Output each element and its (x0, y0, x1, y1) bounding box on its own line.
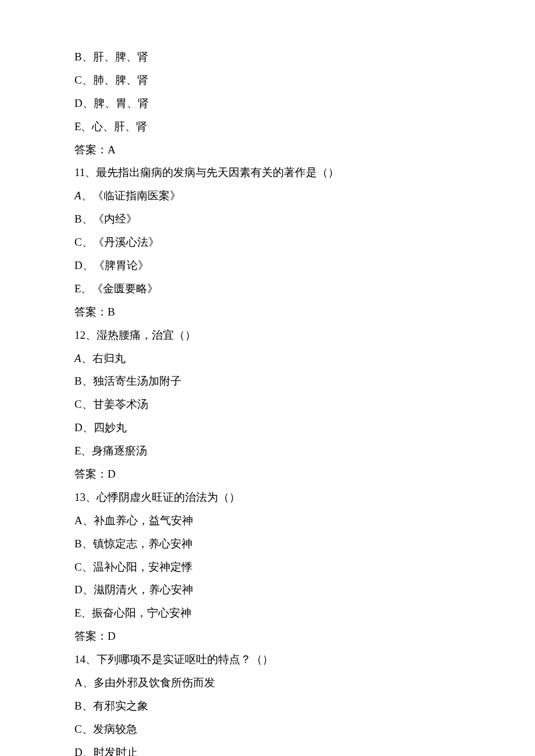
text-line: A、多由外邪及饮食所伤而发 (51, 671, 484, 694)
text-line: D、滋阴清火，养心安神 (51, 578, 484, 601)
text-line: A、《临证指南医案》 (51, 184, 484, 207)
text-line: 14、下列哪项不是实证呕吐的特点？（） (51, 648, 484, 671)
text-line: D、脾、胃、肾 (51, 92, 484, 115)
text-line: E、心、肝、肾 (51, 115, 484, 138)
text-line: 答案：B (51, 300, 484, 324)
text-line: A、右归丸 (51, 347, 484, 370)
text-line: B、独活寄生汤加附子 (51, 370, 484, 393)
text-line: C、《丹溪心法》 (51, 231, 484, 254)
text-line: D、四妙丸 (51, 416, 484, 439)
text-line: E、振奋心阳，宁心安神 (51, 601, 484, 625)
document-page: B、肝、脾、肾C、肺、脾、肾D、脾、胃、肾E、心、肝、肾答案：A11、最先指出痫… (0, 0, 535, 756)
option-text: 、右归丸 (81, 352, 126, 364)
document-content: B、肝、脾、肾C、肺、脾、肾D、脾、胃、肾E、心、肝、肾答案：A11、最先指出痫… (51, 45, 484, 756)
text-line: C、肺、脾、肾 (51, 69, 484, 92)
text-line: 答案：D (51, 625, 484, 648)
text-line: B、《内经》 (51, 207, 484, 231)
text-line: C、甘姜苓术汤 (51, 393, 484, 416)
text-line: 答案：D (51, 463, 484, 486)
option-text: 、《临证指南医案》 (81, 189, 181, 202)
option-label-a: A (74, 189, 81, 202)
text-line: E、《金匮要略》 (51, 277, 484, 300)
text-line: 13、心悸阴虚火旺证的治法为（） (51, 486, 484, 509)
text-line: B、肝、脾、肾 (51, 45, 484, 69)
text-line: C、发病较急 (51, 718, 484, 741)
text-line: E、身痛逐瘀汤 (51, 439, 484, 463)
text-line: C、温补心阳，安神定悸 (51, 556, 484, 579)
text-line: 答案：A (51, 138, 484, 162)
text-line: 11、最先指出痫病的发病与先天因素有关的著作是（） (51, 161, 484, 184)
text-line: D、时发时止 (51, 741, 484, 756)
text-line: D、《脾胃论》 (51, 254, 484, 277)
text-line: B、镇惊定志，养心安神 (51, 532, 484, 556)
text-line: 12、湿热腰痛，治宜（） (51, 324, 484, 347)
text-line: B、有邪实之象 (51, 694, 484, 718)
text-line: A、补血养心，益气安神 (51, 509, 484, 532)
option-label-a: A (74, 352, 81, 364)
